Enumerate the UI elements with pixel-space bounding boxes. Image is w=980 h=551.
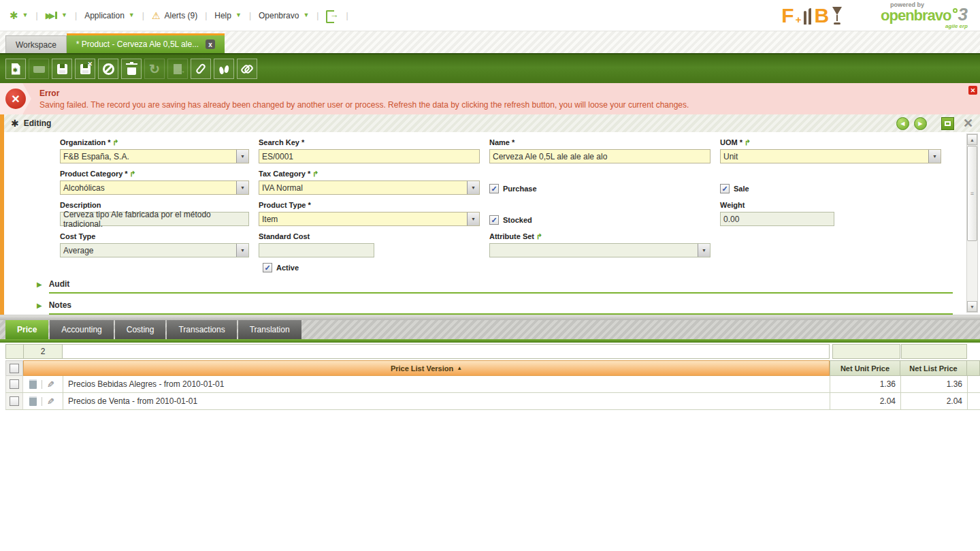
error-texts: Error Saving failed. The record you are …: [39, 89, 689, 110]
tab-product-active[interactable]: * Product - Cerveza Ale 0,5L ale... x: [67, 33, 225, 53]
chevron-down-icon[interactable]: ▼: [467, 212, 479, 225]
scrollbar-thumb[interactable]: ≡: [967, 146, 977, 241]
summary-filter-cell[interactable]: [63, 344, 830, 359]
link-parent-icon[interactable]: ↱: [312, 170, 318, 178]
row-checkbox[interactable]: [10, 396, 19, 406]
audit-trail-button[interactable]: [214, 59, 234, 79]
purchase-checkbox[interactable]: ✓: [489, 184, 499, 193]
product-category-select[interactable]: Alcohólicas ▼: [60, 180, 249, 195]
table-row[interactable]: ✎ Precios de Venta - from 2010-01-01 2.0…: [5, 393, 980, 410]
summary-spacer-cell: [5, 344, 23, 359]
stocked-checkbox[interactable]: ✓: [489, 215, 499, 225]
column-header-price-list-version[interactable]: Price List Version ▲: [23, 360, 830, 376]
link-parent-icon[interactable]: ↱: [745, 139, 751, 146]
name-input[interactable]: Cerveza Ale 0,5L ale ale ale alo: [489, 149, 710, 163]
maximize-icon: [945, 121, 951, 126]
save-close-button[interactable]: ✕: [75, 59, 95, 79]
table-row[interactable]: ✎ Precios Bebidas Alegres - from 2010-01…: [5, 376, 980, 393]
weight-input[interactable]: 0.00: [720, 212, 834, 226]
description-input[interactable]: Cerveza tipo Ale fabricada por el método…: [60, 212, 249, 226]
tab-accounting[interactable]: Accounting: [50, 320, 113, 339]
row-select-cell: [5, 393, 23, 409]
tab-price[interactable]: Price: [5, 320, 48, 339]
undo-button[interactable]: [98, 59, 118, 79]
open-form-icon[interactable]: [29, 396, 37, 406]
maximize-button[interactable]: [941, 117, 954, 130]
row-checkbox[interactable]: [10, 379, 19, 389]
logout-button[interactable]: →: [326, 10, 338, 20]
tab-costing[interactable]: Costing: [115, 320, 166, 339]
form-close-icon[interactable]: ✕: [963, 117, 973, 129]
cost-type-select[interactable]: Average ▼: [60, 243, 249, 257]
search-key-input[interactable]: ES/0001: [259, 149, 480, 163]
scroll-up-icon[interactable]: ▲: [967, 134, 977, 145]
new-record-button[interactable]: ✱: [5, 59, 26, 79]
chevron-down-icon[interactable]: ▼: [928, 150, 941, 163]
form-row-3: Description Cerveza tipo Ale fabricada p…: [60, 201, 980, 226]
row-filler: [967, 376, 980, 392]
net-list-price-cell[interactable]: 1.36: [900, 376, 967, 392]
error-message: Saving failed. The record you are saving…: [39, 100, 689, 110]
sale-checkbox[interactable]: ✓: [720, 184, 730, 193]
pane-splitter[interactable]: [0, 315, 980, 320]
uom-select[interactable]: Unit ▼: [720, 149, 941, 163]
open-form-icon[interactable]: [29, 379, 37, 389]
workspace-menu-button[interactable]: ✱ ▼: [10, 10, 29, 20]
application-menu[interactable]: Application ▼: [84, 11, 135, 20]
chevron-down-icon: ▼: [303, 12, 309, 18]
quick-launch-menu-button[interactable]: ▶▶ ▼: [46, 12, 67, 20]
form-scrollbar[interactable]: ▲ ≡ ▼: [966, 133, 978, 313]
next-record-button[interactable]: ▶: [914, 117, 927, 130]
active-checkbox[interactable]: ✓: [263, 263, 272, 272]
tab-workspace[interactable]: Workspace: [5, 35, 67, 53]
attachment-button[interactable]: [191, 59, 211, 79]
link-parent-icon[interactable]: ↱: [130, 170, 136, 178]
section-divider: [49, 292, 953, 294]
tab-transactions[interactable]: Transactions: [167, 320, 236, 339]
chevron-down-icon[interactable]: ▼: [236, 244, 248, 257]
tab-translation[interactable]: Translation: [238, 320, 301, 339]
openbravo-dot-icon: [953, 8, 958, 13]
price-list-version-cell[interactable]: Precios Bebidas Alegres - from 2010-01-0…: [63, 376, 830, 392]
trash-icon: [127, 66, 136, 75]
net-unit-price-cell[interactable]: 2.04: [830, 393, 900, 409]
organization-select[interactable]: F&B España, S.A. ▼: [60, 149, 249, 163]
product-edit-form: Organization* ↱ F&B España, S.A. ▼ Searc…: [0, 132, 980, 315]
chevron-down-icon[interactable]: ▼: [698, 244, 710, 257]
delete-button[interactable]: [121, 59, 142, 79]
alerts-menu[interactable]: ⚠ Alerts (9): [152, 11, 197, 20]
name-label: Name*: [489, 138, 710, 146]
attribute-set-select[interactable]: ▼: [489, 243, 710, 257]
edit-pencil-icon[interactable]: ✎: [47, 397, 54, 406]
tab-close-icon[interactable]: x: [206, 40, 215, 49]
description-label: Description: [60, 201, 249, 209]
chevron-down-icon[interactable]: ▼: [236, 181, 248, 194]
notes-section-header[interactable]: ▶ Notes: [37, 300, 953, 310]
column-header-net-list-price[interactable]: Net List Price: [900, 360, 967, 376]
error-title: Error: [39, 89, 689, 98]
standard-cost-input[interactable]: [259, 243, 374, 257]
chevron-down-icon[interactable]: ▼: [467, 181, 479, 194]
scroll-down-icon[interactable]: ▼: [967, 301, 977, 312]
top-menubar: ✱ ▼ | ▶▶ ▼ | Application ▼ | ⚠ Alerts (9…: [0, 0, 980, 31]
openbravo-menu[interactable]: Openbravo ▼: [259, 11, 309, 20]
edit-pencil-icon[interactable]: ✎: [47, 380, 54, 389]
save-button[interactable]: [52, 59, 72, 79]
help-menu[interactable]: Help ▼: [214, 11, 242, 20]
paperclip-icon: [195, 63, 206, 74]
chevron-down-icon[interactable]: ▼: [236, 150, 248, 163]
product-type-select[interactable]: Item ▼: [259, 212, 480, 226]
error-close-icon[interactable]: ✕: [968, 86, 977, 95]
column-header-net-unit-price[interactable]: Net Unit Price: [830, 360, 900, 376]
select-all-checkbox[interactable]: [10, 364, 19, 373]
price-list-version-cell[interactable]: Precios de Venta - from 2010-01-01: [63, 393, 830, 409]
audit-section-header[interactable]: ▶ Audit: [37, 279, 953, 289]
link-parent-icon[interactable]: ↱: [113, 139, 119, 146]
net-unit-price-cell[interactable]: 1.36: [830, 376, 900, 392]
link-parent-icon[interactable]: ↱: [536, 233, 542, 240]
link-button[interactable]: [237, 59, 257, 79]
net-list-price-cell[interactable]: 2.04: [900, 393, 967, 409]
previous-record-button[interactable]: ◀: [896, 117, 909, 130]
tax-category-select[interactable]: IVA Normal ▼: [259, 180, 480, 195]
form-row-2: Product Category* ↱ Alcohólicas ▼ Tax Ca…: [60, 170, 980, 195]
